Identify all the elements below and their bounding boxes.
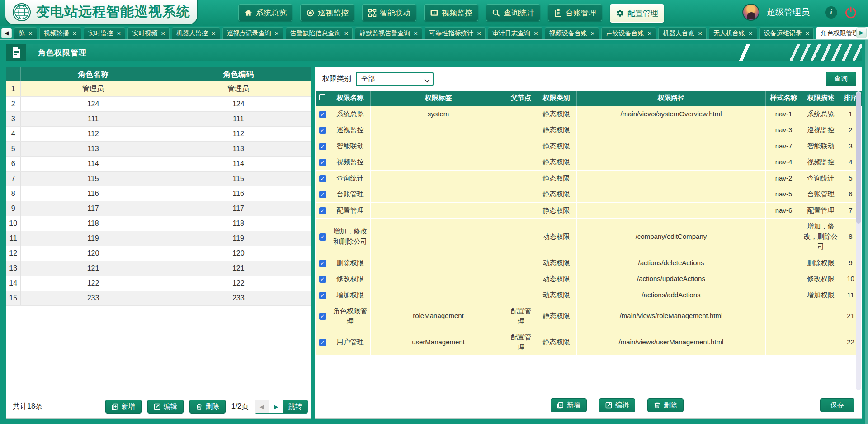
tab-close-icon[interactable]: × [414,30,418,37]
tab-close-icon[interactable]: × [212,30,216,37]
tab-close-icon[interactable]: × [28,30,33,37]
role-code-cell: 119 [166,231,311,246]
app-header: 变电站远程智能巡视系统 系统总览 巡视监控 智能联动 视频监控 查询统计 台账管… [0,0,868,26]
tab-14[interactable]: 无人机台账× [709,27,757,39]
perm-name-header: 权限名称 [330,91,371,106]
nav-patrol-monitor[interactable]: 巡视监控 [300,4,354,21]
role-code-cell: 116 [166,186,311,201]
tab-close-icon[interactable]: × [749,30,753,37]
tab-close-icon[interactable]: × [647,30,651,37]
perm-row-checkbox[interactable]: ✓ [319,207,326,214]
query-button[interactable]: 查询 [826,72,856,86]
role-add-button[interactable]: 新增 [105,400,142,414]
nav-video-monitor[interactable]: 视频监控 [424,4,478,21]
perm-row-checkbox[interactable]: ✓ [319,143,326,150]
jump-page-button[interactable]: 跳转 [283,400,307,413]
tab-2[interactable]: 视频轮播× [39,27,81,39]
permission-delete-button[interactable]: 删除 [647,398,684,412]
tab-1[interactable]: 览× [14,27,37,39]
role-delete-button[interactable]: 删除 [189,400,226,414]
tab-11[interactable]: 视频设备台账× [545,27,599,39]
role-row-6[interactable]: 6114114 [6,156,311,171]
tab-7[interactable]: 告警缺陷信息查询× [286,27,353,39]
save-button[interactable]: 保存 [820,398,854,412]
nav-query-stats[interactable]: 查询统计 [486,4,540,21]
tab-15[interactable]: 设备运维记录× [760,27,814,39]
tab-8[interactable]: 静默监视告警查询× [355,27,422,39]
tab-5[interactable]: 机器人监控× [172,27,220,39]
perm-row-checkbox[interactable]: ✓ [319,191,326,198]
tab-3[interactable]: 实时监控× [84,27,126,39]
tab-9[interactable]: 可靠性指标统计× [425,27,486,39]
nav-system-overview[interactable]: 系统总览 [238,4,292,21]
role-row-8[interactable]: 8116116 [6,186,311,201]
tab-close-icon[interactable]: × [534,30,538,37]
tab-close-icon[interactable]: × [117,30,121,37]
role-row-15[interactable]: 15233233 [6,291,311,305]
tab-12[interactable]: 声纹设备台账× [601,27,656,39]
tab-close-icon[interactable]: × [73,30,77,37]
role-row-5[interactable]: 5113113 [6,141,311,156]
tab-10[interactable]: 审计日志查询× [488,27,542,39]
role-row-1[interactable]: 1管理员管理员 [6,81,311,96]
perm-tag-cell: roleManagement [371,303,506,329]
page-title-icon-box [6,44,26,61]
tab-close-icon[interactable]: × [161,30,165,37]
role-row-12[interactable]: 12120120 [6,246,311,261]
role-row-10[interactable]: 10118118 [6,216,311,231]
permission-type-select[interactable]: 全部 [356,72,434,86]
power-icon[interactable] [844,6,857,19]
perm-row-11: ✓增加权限动态权限/actions/addActions增加权限11 [316,287,862,303]
role-row-14[interactable]: 14122122 [6,276,311,291]
tab-close-icon[interactable]: × [591,30,595,37]
nav-config-manage[interactable]: 配置管理 [610,4,664,23]
user-avatar[interactable] [742,4,760,21]
role-row-3[interactable]: 3111111 [6,111,311,126]
tab-close-icon[interactable]: × [477,30,481,37]
select-all-checkbox[interactable] [319,94,326,100]
tabs-scroll-left-button[interactable]: ◀ [1,28,12,38]
perm-parent-cell [506,122,536,138]
role-row-2[interactable]: 2124124 [6,96,311,111]
role-row-11[interactable]: 11119119 [6,231,311,246]
perm-row-checkbox[interactable]: ✓ [319,127,326,134]
perm-row-checkbox[interactable]: ✓ [319,111,326,118]
perm-style-cell: nav-1 [766,106,802,122]
perm-row-checkbox[interactable]: ✓ [319,233,326,241]
tab-6[interactable]: 巡视点记录查询× [222,27,283,39]
permission-edit-button[interactable]: 编辑 [599,398,635,412]
tab-close-icon[interactable]: × [275,30,279,37]
tab-close-icon[interactable]: × [698,30,702,37]
perm-type-cell: 静态权限 [536,138,577,154]
info-icon[interactable]: i [825,6,837,19]
perm-row-checkbox[interactable]: ✓ [319,159,326,166]
role-row-13[interactable]: 13121121 [6,261,311,276]
next-page-button[interactable]: ▶ [269,400,283,413]
tab-4[interactable]: 实时视频× [127,27,170,39]
perm-path-cell: /actions/deleteActions [577,255,766,271]
tab-close-icon[interactable]: × [806,30,810,37]
role-row-4[interactable]: 4112112 [6,126,311,141]
prev-page-button[interactable]: ◀ [255,400,269,413]
perm-row-checkbox[interactable]: ✓ [319,260,326,267]
perm-desc-cell: 台账管理 [802,186,840,203]
perm-row-checkbox[interactable]: ✓ [319,339,326,346]
perm-type-cell: 静态权限 [536,106,577,122]
role-row-9[interactable]: 9117117 [6,201,311,216]
tabs-scroll-right-button[interactable]: ▶ [856,27,867,38]
permissions-scrollbar-thumb[interactable] [856,92,861,224]
window-scrollbar[interactable] [865,40,868,424]
perm-row-checkbox[interactable]: ✓ [319,175,326,182]
tab-label: 可靠性指标统计 [429,29,473,38]
permission-add-button[interactable]: 新增 [551,398,587,412]
role-edit-button[interactable]: 编辑 [147,400,184,414]
role-row-7[interactable]: 7115115 [6,171,311,186]
perm-row-checkbox[interactable]: ✓ [319,292,326,299]
perm-row-checkbox[interactable]: ✓ [319,313,326,320]
nav-smart-linkage[interactable]: 智能联动 [362,4,416,21]
perm-row-checkbox[interactable]: ✓ [319,276,326,283]
tab-13[interactable]: 机器人台账× [658,27,707,39]
tab-close-icon[interactable]: × [344,30,349,37]
nav-ledger-manage[interactable]: 台账管理 [548,4,602,21]
perm-style-cell: nav-3 [766,122,802,138]
